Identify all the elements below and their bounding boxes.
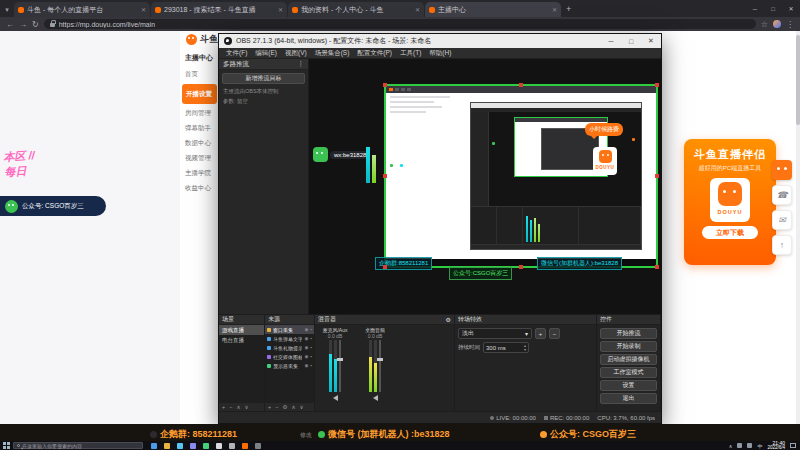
- browser-tab-2[interactable]: 293018 - 搜索结果 - 斗鱼直播 ✕: [151, 2, 287, 17]
- taskbar-app-icon[interactable]: [177, 443, 183, 449]
- visibility-eye-icon[interactable]: ◉: [304, 363, 308, 368]
- taskbar-app-icon[interactable]: [190, 443, 196, 449]
- notification-center-icon[interactable]: [790, 443, 796, 448]
- gift-bubble-overlay[interactable]: 小时候路费: [585, 123, 623, 136]
- dock-menu-icon[interactable]: ⋮: [298, 60, 305, 68]
- scene-item[interactable]: 游戏直播: [219, 325, 264, 335]
- scene-item[interactable]: 电台直播: [219, 335, 264, 345]
- sidebar-item-data[interactable]: 数据中心: [181, 136, 218, 151]
- douyu-mascot-overlay[interactable]: DOUYU: [593, 147, 617, 175]
- tab-close-icon[interactable]: ✕: [415, 6, 420, 13]
- mixer-gear-icon[interactable]: ⚙: [446, 316, 451, 323]
- source-item[interactable]: 显示器采集 ◉ ▪: [265, 361, 314, 370]
- wechat-overlay[interactable]: wx:be31828: [313, 147, 370, 162]
- taskbar-obs-icon[interactable]: [229, 443, 235, 449]
- window-maximize-button[interactable]: □: [764, 0, 782, 17]
- sidebar-item-room[interactable]: 房间管理: [181, 106, 218, 121]
- taskbar-app-icon[interactable]: [255, 443, 261, 449]
- source-down-icon[interactable]: ∨: [299, 404, 303, 410]
- remove-transition-button[interactable]: −: [549, 328, 560, 339]
- speaker-icon[interactable]: [333, 395, 338, 401]
- desktop-fader[interactable]: [379, 340, 381, 392]
- url-field[interactable]: https://mp.douyu.com/live/main: [44, 19, 756, 29]
- tab-close-icon[interactable]: ✕: [552, 6, 557, 13]
- selected-source-capture[interactable]: [386, 86, 656, 266]
- source-item[interactable]: 斗鱼礼物提示 ◉ ▪: [265, 343, 314, 352]
- tab-search-icon[interactable]: ▾: [0, 2, 14, 17]
- obs-title-bar[interactable]: OBS 27.1.3 (64-bit, windows) - 配置文件: 未命名…: [219, 34, 661, 48]
- visibility-eye-icon[interactable]: ◉: [304, 327, 308, 332]
- selection-handle[interactable]: [383, 83, 387, 87]
- menu-scene-collection[interactable]: 场景集合(S): [311, 49, 354, 58]
- source-item[interactable]: 社交媒体图标 ◉ ▪: [265, 352, 314, 361]
- selection-handle[interactable]: [383, 174, 387, 178]
- add-transition-button[interactable]: +: [535, 328, 546, 339]
- visibility-eye-icon[interactable]: ◉: [304, 345, 308, 350]
- virtual-camera-button[interactable]: 启动虚拟摄像机: [600, 354, 657, 365]
- download-button[interactable]: 立即下载: [702, 226, 758, 239]
- browser-tab-3[interactable]: 我的资料 - 个人中心 - 斗鱼 ✕: [288, 2, 424, 17]
- douyu-logo[interactable]: 斗鱼: [186, 33, 218, 46]
- lock-icon[interactable]: ▪: [310, 336, 312, 341]
- settings-button[interactable]: 设置: [600, 380, 657, 391]
- taskbar-explorer-icon[interactable]: [164, 443, 170, 449]
- search-input[interactable]: [22, 443, 139, 449]
- edit-link[interactable]: 修改: [300, 431, 312, 440]
- forward-icon[interactable]: →: [19, 20, 27, 29]
- source-item[interactable]: 窗口采集 ◉ ▪: [265, 325, 314, 334]
- menu-edit[interactable]: 编辑(E): [251, 49, 281, 58]
- add-scene-icon[interactable]: +: [222, 404, 225, 410]
- browser-tab-1[interactable]: 斗鱼 - 每个人的直播平台 ✕: [14, 2, 150, 17]
- start-recording-button[interactable]: 开始录制: [600, 341, 657, 352]
- remove-scene-icon[interactable]: −: [229, 404, 232, 410]
- duration-spinner[interactable]: 300 ms ▴▾: [483, 342, 529, 353]
- add-source-icon[interactable]: +: [268, 404, 271, 410]
- start-button[interactable]: [3, 442, 10, 449]
- favorites-star-icon[interactable]: ☆: [761, 20, 768, 29]
- wechat-id-overlay-text[interactable]: 微信号(加群机器人):be31828: [537, 257, 622, 270]
- obs-preview[interactable]: wx:be31828 小时候路费 DOUYU 企鹅群:858211281 公众号…: [309, 59, 661, 314]
- scrollbar-thumb[interactable]: [796, 35, 800, 125]
- selection-handle[interactable]: [383, 265, 387, 269]
- lock-icon[interactable]: ▪: [310, 327, 312, 332]
- visibility-eye-icon[interactable]: ◉: [304, 354, 308, 359]
- lock-icon[interactable]: ▪: [310, 354, 312, 359]
- mic-fader[interactable]: [339, 340, 341, 392]
- studio-mode-button[interactable]: 工作室模式: [600, 367, 657, 378]
- source-up-icon[interactable]: ∧: [291, 404, 295, 410]
- tray-icon[interactable]: [747, 443, 752, 448]
- browser-menu-icon[interactable]: ⋮: [786, 20, 794, 29]
- tray-chevron-icon[interactable]: ∧: [729, 443, 733, 449]
- taskbar-clock[interactable]: 21:40 2022/6/4: [767, 441, 785, 450]
- window-minimize-button[interactable]: ─: [746, 0, 764, 17]
- start-streaming-button[interactable]: 开始推流: [600, 328, 657, 339]
- taskbar-edge-icon[interactable]: [151, 443, 157, 449]
- tab-close-icon[interactable]: ✕: [278, 6, 283, 13]
- speaker-icon[interactable]: [373, 395, 378, 401]
- sidebar-item-video[interactable]: 视频管理: [181, 151, 218, 166]
- obs-close-button[interactable]: ✕: [641, 34, 661, 48]
- menu-tools[interactable]: 工具(T): [396, 49, 425, 58]
- add-stream-target-button[interactable]: 新增推流目标: [222, 73, 305, 84]
- sidebar-item-home[interactable]: 首页: [181, 67, 218, 82]
- menu-view[interactable]: 视图(V): [281, 49, 311, 58]
- audio-visualizer-overlay[interactable]: [366, 145, 376, 183]
- back-icon[interactable]: ←: [6, 20, 14, 29]
- back-to-top-button[interactable]: ↑: [772, 235, 792, 255]
- source-properties-gear-icon[interactable]: ⚙: [282, 404, 287, 410]
- customer-service-button[interactable]: ☎: [772, 185, 792, 205]
- new-tab-button[interactable]: +: [566, 2, 571, 17]
- taskbar-app-icon[interactable]: [216, 443, 222, 449]
- selection-handle[interactable]: [655, 174, 659, 178]
- sidebar-item-danmu[interactable]: 弹幕助手: [181, 121, 218, 136]
- sidebar-item-academy[interactable]: 主播学院: [181, 166, 218, 181]
- window-close-button[interactable]: ✕: [782, 0, 800, 17]
- douyu-assistant-icon[interactable]: [772, 160, 792, 180]
- selection-handle[interactable]: [655, 265, 659, 269]
- remove-source-icon[interactable]: −: [275, 404, 278, 410]
- lock-icon[interactable]: ▪: [310, 363, 312, 368]
- taskbar-search-box[interactable]: [13, 442, 143, 449]
- page-scrollbar[interactable]: [796, 31, 800, 424]
- menu-profile[interactable]: 配置文件(P): [353, 49, 396, 58]
- official-account-overlay-text[interactable]: 公众号:CSGO百岁三: [449, 267, 512, 280]
